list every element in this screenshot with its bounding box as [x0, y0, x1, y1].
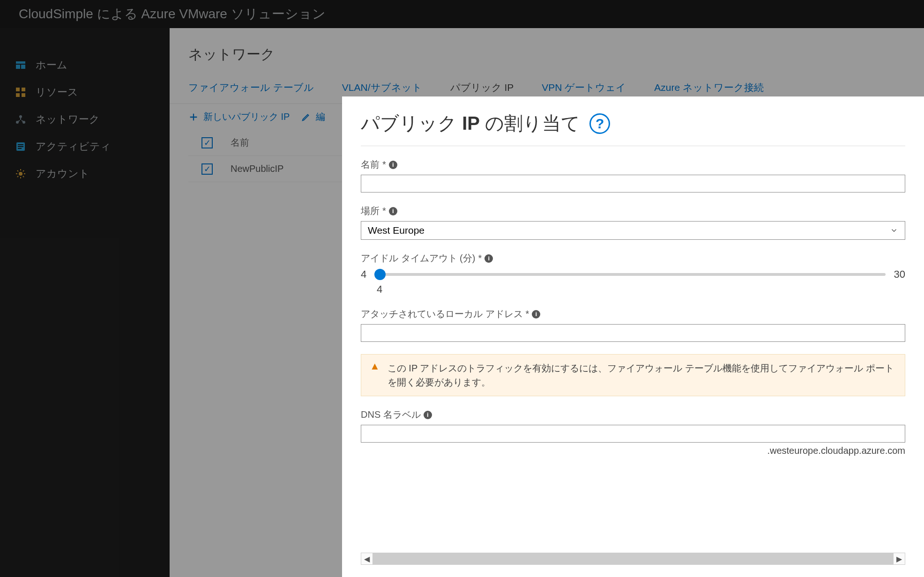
required-mark: * — [526, 309, 529, 319]
warning-text: この IP アドレスのトラフィックを有効にするには、ファイアウォール テーブル機… — [387, 361, 896, 389]
field-local-label-row: アタッチされているローカル アドレス * i — [361, 308, 905, 320]
panel-form: 名前 * i 場所 * i West Europe アイドル タイムアウト (分… — [361, 146, 905, 456]
field-dns-label-text: DNS 名ラベル — [361, 408, 421, 421]
info-icon[interactable]: i — [389, 207, 397, 215]
local-address-input[interactable] — [361, 324, 905, 342]
scroll-track[interactable] — [373, 553, 894, 564]
help-button[interactable]: ? — [589, 113, 610, 134]
field-idle-timeout: アイドル タイムアウト (分) * i 4 30 4 — [361, 252, 905, 296]
location-value: West Europe — [368, 225, 425, 236]
help-icon: ? — [596, 116, 604, 132]
chevron-down-icon — [890, 226, 898, 235]
warning-icon: ▲ — [370, 361, 380, 371]
field-name-label-row: 名前 * i — [361, 158, 905, 171]
panel-title-suffix: の割り当て — [480, 113, 580, 133]
slider-thumb[interactable] — [374, 269, 386, 280]
scroll-left-icon[interactable]: ◀ — [361, 555, 373, 563]
field-location-label: 場所 — [361, 205, 380, 217]
required-mark: * — [478, 253, 482, 264]
location-select[interactable]: West Europe — [361, 221, 905, 240]
slider-track[interactable] — [375, 273, 885, 276]
field-local-address: アタッチされているローカル アドレス * i — [361, 308, 905, 342]
name-input[interactable] — [361, 175, 905, 192]
panel-title-bold: IP — [462, 113, 480, 133]
slider-max: 30 — [894, 268, 905, 281]
field-name: 名前 * i — [361, 158, 905, 192]
panel-title: パブリック IP の割り当て — [361, 111, 580, 136]
panel-title-prefix: パブリック — [361, 113, 462, 133]
info-icon[interactable]: i — [424, 411, 432, 419]
field-location: 場所 * i West Europe — [361, 205, 905, 240]
required-mark: * — [382, 206, 386, 216]
dns-suffix: .westeurope.cloudapp.azure.com — [361, 445, 905, 456]
info-icon[interactable]: i — [532, 310, 540, 318]
timeout-slider[interactable]: 4 30 — [361, 268, 905, 281]
field-dns-label: DNS 名ラベル i .westeurope.cloudapp.azure.co… — [361, 408, 905, 456]
field-local-label: アタッチされているローカル アドレス — [361, 308, 523, 320]
field-dns-label-row: DNS 名ラベル i — [361, 408, 905, 421]
field-name-label: 名前 — [361, 158, 380, 171]
field-timeout-label: アイドル タイムアウト (分) — [361, 252, 475, 265]
firewall-warning: ▲ この IP アドレスのトラフィックを有効にするには、ファイアウォール テーブ… — [361, 354, 905, 396]
dns-label-input[interactable] — [361, 425, 905, 443]
horizontal-scrollbar[interactable]: ◀ ▶ — [361, 553, 905, 565]
slider-min: 4 — [361, 268, 366, 281]
field-location-label-row: 場所 * i — [361, 205, 905, 217]
scroll-right-icon[interactable]: ▶ — [894, 555, 905, 563]
allocate-public-ip-panel: パブリック IP の割り当て ? 名前 * i 場所 * i West Euro… — [342, 96, 924, 577]
info-icon[interactable]: i — [389, 161, 397, 169]
field-timeout-label-row: アイドル タイムアウト (分) * i — [361, 252, 905, 265]
required-mark: * — [382, 159, 386, 170]
slider-value: 4 — [377, 283, 905, 296]
info-icon[interactable]: i — [484, 254, 493, 263]
panel-header: パブリック IP の割り当て ? — [361, 111, 905, 146]
